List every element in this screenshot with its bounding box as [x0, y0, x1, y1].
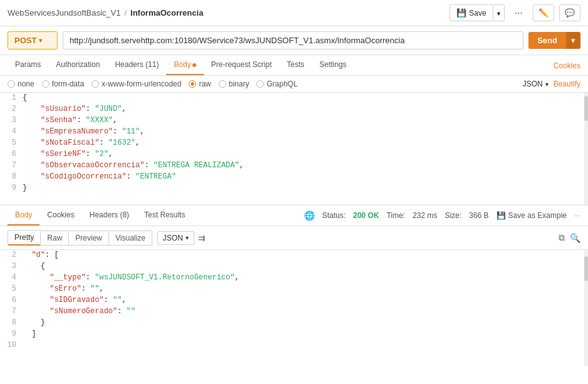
url-input[interactable]	[63, 31, 523, 49]
send-group: Send ▾	[528, 32, 580, 49]
breadcrumb-separator: /	[124, 8, 127, 18]
radio-raw[interactable]: raw	[189, 80, 211, 88]
resp-format-preview[interactable]: Preview	[68, 231, 108, 246]
chevron-down-icon: ▾	[545, 81, 549, 88]
search-button[interactable]: 🔍	[570, 233, 580, 243]
resp-json-select: JSON ▾ ⇉	[157, 231, 206, 245]
time-label: Time:	[387, 211, 406, 220]
resp-actions: ⧉ 🔍	[559, 232, 580, 243]
save-dropdown-button[interactable]: ▾	[493, 4, 505, 21]
response-more-button[interactable]: ···	[574, 211, 580, 220]
tab-body[interactable]: Body	[166, 55, 203, 75]
resp-scrollbar-thumb[interactable]	[584, 256, 588, 281]
endpoint-name: InformaOcorrencia	[130, 8, 203, 18]
cookies-link[interactable]: Cookies	[554, 61, 580, 70]
status-value: 200 OK	[353, 211, 379, 220]
send-button[interactable]: Send	[528, 32, 566, 49]
radio-binary[interactable]: binary	[219, 80, 249, 88]
resp-json-type-select[interactable]: JSON ▾	[157, 231, 194, 245]
body-options-right: JSON ▾ Beautify	[523, 80, 580, 88]
radio-circle-graphql	[256, 80, 264, 88]
body-dot	[192, 63, 196, 67]
send-dropdown-button[interactable]: ▾	[566, 32, 580, 49]
tab-authorization[interactable]: Authorization	[48, 55, 107, 75]
code-line-4: 4 "sEmpresaNumero": "11",	[0, 127, 588, 138]
tab-settings[interactable]: Settings	[312, 55, 354, 75]
chevron-down-icon: ▾	[186, 234, 189, 241]
status-label: Status:	[322, 211, 345, 220]
more-options-button[interactable]: ···	[510, 4, 528, 22]
beautify-button[interactable]: Beautify	[554, 80, 580, 88]
tab-params[interactable]: Params	[8, 55, 48, 75]
tab-prerequest[interactable]: Pre-request Script	[204, 55, 280, 75]
request-body-editor[interactable]: 1 { 2 "sUsuario": "JUND", 3 "sSenha": "X…	[0, 93, 588, 205]
resp-code-line-7: 7 "sNumeroGerado": ""	[0, 306, 588, 318]
resp-code-line-2: 2 "d": [	[0, 250, 588, 261]
method-select[interactable]: POST ▾	[8, 31, 58, 49]
body-options: none form-data x-www-form-urlencoded raw…	[0, 76, 588, 93]
search-icon: 🔍	[570, 233, 580, 243]
radio-graphql[interactable]: GraphQL	[256, 80, 297, 88]
save-example-label: Save as Example	[508, 211, 567, 220]
send-label: Send	[537, 36, 557, 45]
resp-code-line-10: 10	[0, 340, 588, 351]
resp-format-raw[interactable]: Raw	[40, 231, 68, 246]
breadcrumb: WebServicesJundsoftBasic_V1 / InformaOco…	[8, 8, 203, 18]
edit-icon-button[interactable]: ✏️	[533, 4, 554, 21]
comment-icon-button[interactable]: 💬	[559, 4, 580, 21]
radio-circle-form-data	[42, 80, 50, 88]
response-format-bar: Pretty Raw Preview Visualize JSON ▾ ⇉ ⧉ …	[0, 226, 588, 250]
size-value: 366 B	[469, 211, 488, 220]
radio-form-data[interactable]: form-data	[42, 80, 84, 88]
save-example-button[interactable]: 💾 Save as Example	[496, 211, 567, 220]
code-line-7: 7 "sObservacaoOcorrencia": "ENTREGA REAL…	[0, 160, 588, 172]
radio-circle-none	[8, 80, 15, 88]
method-chevron-icon: ▾	[39, 37, 42, 44]
save-button[interactable]: 💾 Save	[449, 4, 493, 21]
save-icon: 💾	[456, 8, 466, 18]
code-line-3: 3 "sSenha": "XXXX",	[0, 115, 588, 127]
resp-code-line-9: 9 ]	[0, 329, 588, 340]
tab-headers[interactable]: Headers (11)	[107, 55, 166, 75]
json-type-label: JSON	[523, 80, 543, 88]
resp-format-visualize[interactable]: Visualize	[108, 231, 152, 246]
resp-tab-body[interactable]: Body	[8, 205, 39, 226]
time-value: 232 ms	[412, 211, 437, 220]
save-label: Save	[469, 9, 486, 18]
top-bar: WebServicesJundsoftBasic_V1 / InformaOco…	[0, 0, 588, 26]
method-label: POST	[14, 36, 36, 45]
resp-tab-headers[interactable]: Headers (8)	[82, 205, 137, 226]
radio-none[interactable]: none	[8, 80, 34, 88]
save-example-icon: 💾	[496, 211, 506, 220]
resp-tab-test-results[interactable]: Test Results	[137, 205, 192, 226]
code-line-5: 5 "sNotaFiscal": "1632",	[0, 138, 588, 149]
radio-circle-raw	[189, 80, 196, 88]
copy-button[interactable]: ⧉	[559, 232, 565, 243]
code-line-6: 6 "sSerieNF": "2",	[0, 149, 588, 160]
resp-code-line-8: 8 }	[0, 318, 588, 329]
resp-code-line-3: 3 {	[0, 261, 588, 272]
size-label: Size:	[445, 211, 462, 220]
resp-scrollbar-track	[584, 250, 588, 366]
code-line-1: 1 {	[0, 93, 588, 104]
collection-name: WebServicesJundsoftBasic_V1	[8, 8, 120, 18]
scrollbar-thumb[interactable]	[584, 96, 588, 121]
filter-button[interactable]: ⇉	[198, 233, 206, 243]
response-meta: 🌐 Status: 200 OK Time: 232 ms Size: 366 …	[304, 210, 580, 221]
resp-code-line-6: 6 "sIDGravado": "",	[0, 295, 588, 306]
json-type-select[interactable]: JSON ▾	[523, 80, 549, 88]
radio-circle-binary	[219, 80, 226, 88]
tab-tests[interactable]: Tests	[279, 55, 312, 75]
code-line-9: 9 }	[0, 183, 588, 194]
tabs-right: Cookies	[554, 61, 580, 70]
chevron-down-icon: ▾	[571, 36, 575, 45]
response-body-editor: 2 "d": [ 3 { 4 "__type": "wsJUNDSOFT_V1.…	[0, 250, 588, 366]
radio-urlencoded[interactable]: x-www-form-urlencoded	[92, 80, 181, 88]
radio-circle-urlencoded	[92, 80, 99, 88]
resp-tab-cookies[interactable]: Cookies	[39, 205, 81, 226]
code-line-2: 2 "sUsuario": "JUND",	[0, 104, 588, 115]
copy-icon: ⧉	[559, 232, 565, 242]
response-tabs: Body Cookies Headers (8) Test Results 🌐 …	[0, 205, 588, 226]
resp-format-pretty[interactable]: Pretty	[8, 230, 40, 246]
url-bar: POST ▾ Send ▾	[0, 26, 588, 55]
